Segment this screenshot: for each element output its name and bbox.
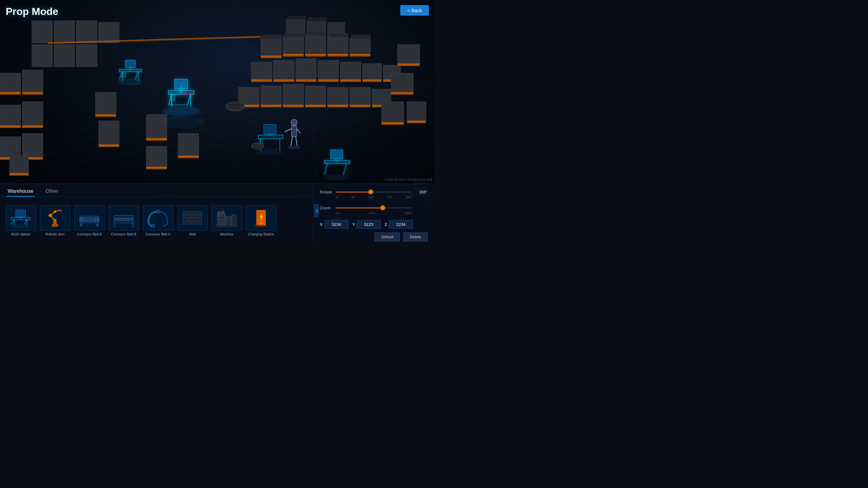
- robotic-arm-svg: [44, 208, 66, 227]
- svg-rect-30: [307, 32, 326, 36]
- svg-rect-115: [122, 73, 126, 77]
- svg-rect-57: [283, 105, 304, 107]
- prop-conveyor-b-icon-box[interactable]: [109, 205, 139, 231]
- bottom-panel: Warehouse Other Work station: [0, 184, 315, 244]
- svg-rect-104: [76, 44, 97, 67]
- svg-rect-76: [22, 70, 43, 92]
- svg-rect-42: [296, 59, 316, 79]
- panel-collapse-handle[interactable]: ▐: [314, 204, 318, 217]
- conveyor-a-svg: [78, 208, 100, 227]
- rotate-tick-360: 360°: [406, 196, 412, 199]
- svg-rect-98: [32, 21, 53, 43]
- prop-work-station-label: Work station: [11, 232, 31, 236]
- rotate-slider-track[interactable]: [336, 192, 412, 193]
- back-button[interactable]: < Back: [400, 5, 429, 15]
- svg-rect-41: [273, 79, 294, 82]
- svg-rect-69: [391, 92, 413, 95]
- svg-rect-163: [252, 144, 263, 147]
- svg-rect-160: [227, 103, 243, 107]
- svg-rect-103: [54, 44, 75, 67]
- svg-rect-75: [0, 92, 21, 95]
- svg-rect-234: [255, 225, 267, 227]
- svg-rect-89: [95, 115, 116, 117]
- prop-machine[interactable]: Machine: [211, 205, 243, 236]
- prop-charging-station-icon-box[interactable]: [246, 205, 276, 231]
- prop-machine-label: Machine: [220, 232, 234, 236]
- prop-wall[interactable]: Wall: [177, 205, 208, 236]
- rotate-tick-90: 90°: [351, 196, 356, 199]
- svg-point-206: [152, 224, 155, 227]
- svg-rect-143: [269, 134, 272, 136]
- prop-charging-station[interactable]: Charging Station: [245, 205, 277, 236]
- svg-rect-227: [226, 217, 230, 220]
- svg-rect-193: [97, 224, 98, 226]
- svg-rect-38: [251, 62, 272, 79]
- svg-rect-54: [261, 86, 281, 105]
- svg-rect-96: [178, 133, 199, 156]
- prop-machine-icon-box[interactable]: [212, 205, 242, 231]
- svg-rect-94: [146, 146, 167, 167]
- svg-point-116: [119, 79, 142, 85]
- zoom-tick-0: 0%: [336, 212, 340, 215]
- conveyor-c-svg: [147, 208, 169, 227]
- y-label: Y: [352, 222, 355, 227]
- z-label: Z: [384, 222, 387, 227]
- rotate-tick-180: 180°: [369, 196, 375, 199]
- svg-point-187: [95, 218, 99, 222]
- tab-warehouse[interactable]: Warehouse: [6, 187, 35, 197]
- prop-robotic-arm[interactable]: Robotic Arm: [39, 205, 71, 236]
- svg-rect-24: [262, 35, 281, 39]
- prop-wall-icon-box[interactable]: [178, 205, 208, 231]
- svg-rect-86: [9, 156, 29, 173]
- x-label: X: [320, 222, 323, 227]
- z-input[interactable]: [389, 220, 413, 229]
- conveyor-b-svg: [113, 208, 135, 227]
- y-input[interactable]: [357, 220, 380, 229]
- prop-conveyor-c-icon-box[interactable]: [143, 205, 173, 231]
- delete-button[interactable]: Delete: [403, 233, 428, 241]
- zoom-ticks: 0% 100% 200%: [336, 212, 412, 215]
- prop-conveyor-a-label: Conveyor Belt A: [77, 232, 102, 236]
- prop-conveyor-a-icon-box[interactable]: [74, 205, 104, 231]
- zoom-tick-100: 100%: [369, 212, 376, 215]
- zoom-slider-container: 0% 100% 200%: [336, 205, 412, 211]
- prop-conveyor-a[interactable]: Conveyor Belt A: [73, 205, 105, 236]
- rotate-value: 165°: [415, 190, 428, 194]
- svg-line-164: [11, 220, 14, 225]
- svg-point-205: [156, 210, 160, 213]
- x-input[interactable]: [324, 220, 348, 229]
- prop-conveyor-c[interactable]: Conveyor Belt C: [142, 205, 174, 236]
- prop-conveyor-b[interactable]: Conveyor Belt B: [108, 205, 140, 236]
- svg-rect-37: [350, 54, 370, 57]
- svg-rect-79: [0, 126, 21, 128]
- zoom-slider-thumb[interactable]: [380, 205, 385, 210]
- prop-charging-station-label: Charging Station: [248, 232, 274, 236]
- prop-conveyor-c-label: Conveyor Belt C: [145, 232, 171, 236]
- svg-rect-18: [286, 19, 305, 35]
- prop-robotic-arm-icon-box[interactable]: [40, 205, 70, 231]
- svg-rect-55: [261, 105, 281, 107]
- watermark: CSDN @UI设计和前端开发从业者: [384, 177, 432, 182]
- svg-rect-62: [350, 87, 370, 105]
- svg-rect-36: [351, 35, 370, 39]
- svg-rect-27: [285, 33, 304, 37]
- machine-svg: [216, 208, 238, 227]
- svg-rect-33: [329, 33, 348, 37]
- svg-rect-68: [391, 73, 413, 92]
- svg-rect-151: [335, 159, 338, 161]
- svg-rect-95: [146, 167, 167, 169]
- rotate-row: Rotate 0° 90° 180° 270° 360° 165°: [320, 189, 428, 195]
- svg-point-226: [221, 216, 223, 217]
- zoom-slider-track[interactable]: [336, 207, 412, 208]
- svg-rect-91: [99, 144, 119, 147]
- tab-other[interactable]: Other: [44, 187, 59, 197]
- default-button[interactable]: Default: [375, 233, 400, 241]
- prop-work-station-icon-box[interactable]: [6, 205, 36, 231]
- rotate-slider-thumb[interactable]: [369, 190, 373, 194]
- svg-point-145: [256, 149, 285, 155]
- svg-line-165: [24, 220, 27, 225]
- svg-rect-88: [95, 92, 116, 115]
- svg-rect-23: [261, 38, 281, 56]
- svg-rect-82: [0, 137, 21, 157]
- prop-work-station[interactable]: Work station: [5, 205, 37, 236]
